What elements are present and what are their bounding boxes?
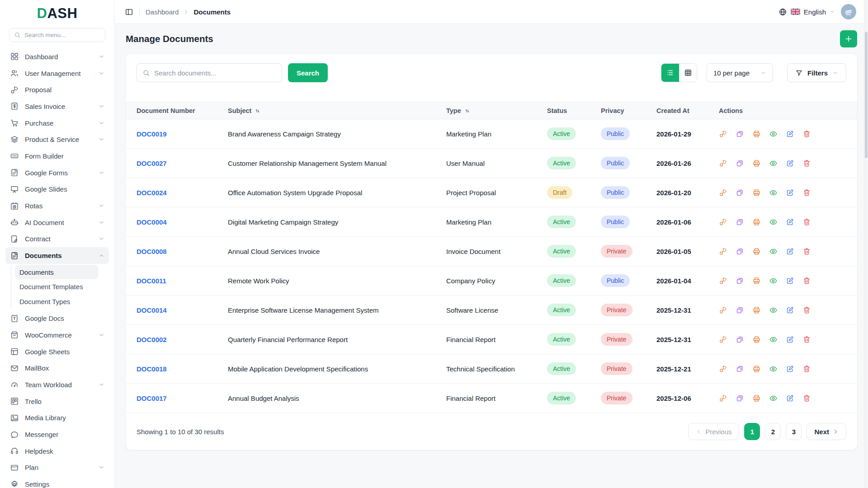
- convert-to-proposal-action-proposal-icon[interactable]: [719, 335, 727, 344]
- sidebar-search-input[interactable]: [24, 32, 100, 38]
- document-number-link[interactable]: DOC0002: [137, 336, 167, 343]
- sidebar-item-mailbox[interactable]: MailBox: [5, 360, 109, 377]
- sort-icon[interactable]: [464, 108, 471, 114]
- convert-to-proposal-action-proposal-icon[interactable]: [719, 218, 727, 226]
- sidebar-item-proposal[interactable]: Proposal: [5, 81, 109, 98]
- convert-to-proposal-action-proposal-icon[interactable]: [719, 306, 727, 314]
- duplicate-action-copy-icon[interactable]: [736, 159, 744, 168]
- sidebar-search[interactable]: [9, 28, 105, 42]
- document-number-link[interactable]: DOC0024: [137, 189, 167, 197]
- delete-action-trash-icon[interactable]: [802, 365, 811, 373]
- print-action-printer-icon[interactable]: [752, 365, 761, 373]
- sidebar-item-dashboard[interactable]: Dashboard: [5, 48, 109, 65]
- view-action-eye-icon[interactable]: [769, 394, 778, 403]
- view-action-eye-icon[interactable]: [769, 188, 778, 197]
- duplicate-action-copy-icon[interactable]: [736, 365, 744, 373]
- column-header-type[interactable]: Type: [435, 103, 536, 119]
- duplicate-action-copy-icon[interactable]: [736, 130, 744, 138]
- view-action-eye-icon[interactable]: [769, 365, 778, 373]
- duplicate-action-copy-icon[interactable]: [736, 306, 744, 314]
- sidebar-subitem-document-types[interactable]: Document Types: [15, 294, 98, 309]
- view-action-eye-icon[interactable]: [769, 306, 778, 314]
- sidebar-item-rotas[interactable]: Rotas: [5, 197, 109, 214]
- sidebar-item-settings[interactable]: Settings: [5, 476, 109, 488]
- edit-action-edit-icon[interactable]: [786, 335, 794, 344]
- document-number-link[interactable]: DOC0019: [137, 130, 167, 138]
- convert-to-proposal-action-proposal-icon[interactable]: [719, 277, 727, 285]
- list-view-button[interactable]: [661, 64, 679, 82]
- page-button-1[interactable]: 1: [744, 423, 760, 440]
- edit-action-edit-icon[interactable]: [786, 394, 794, 403]
- document-number-link[interactable]: DOC0018: [137, 365, 167, 373]
- print-action-printer-icon[interactable]: [752, 218, 761, 226]
- sidebar-item-user-management[interactable]: User Management: [5, 65, 109, 82]
- per-page-select[interactable]: 10 per page: [707, 63, 773, 82]
- page-button-3[interactable]: 3: [786, 423, 802, 440]
- edit-action-edit-icon[interactable]: [786, 159, 794, 168]
- print-action-printer-icon[interactable]: [752, 306, 761, 314]
- delete-action-trash-icon[interactable]: [802, 188, 811, 197]
- edit-action-edit-icon[interactable]: [786, 306, 794, 314]
- duplicate-action-copy-icon[interactable]: [736, 188, 744, 197]
- document-number-link[interactable]: DOC0004: [137, 218, 167, 226]
- convert-to-proposal-action-proposal-icon[interactable]: [719, 159, 727, 168]
- next-page-button[interactable]: Next: [807, 423, 846, 440]
- delete-action-trash-icon[interactable]: [802, 335, 811, 344]
- view-action-eye-icon[interactable]: [769, 335, 778, 344]
- user-avatar[interactable]: [841, 4, 856, 19]
- document-number-link[interactable]: DOC0008: [137, 248, 167, 255]
- search-button[interactable]: Search: [288, 63, 328, 82]
- edit-action-edit-icon[interactable]: [786, 130, 794, 138]
- sidebar-toggle-icon[interactable]: [125, 8, 133, 16]
- sidebar-subitem-documents[interactable]: Documents: [15, 265, 98, 280]
- edit-action-edit-icon[interactable]: [786, 277, 794, 285]
- print-action-printer-icon[interactable]: [752, 188, 761, 197]
- delete-action-trash-icon[interactable]: [802, 306, 811, 314]
- sort-icon[interactable]: [254, 108, 261, 114]
- app-logo[interactable]: DASH: [0, 0, 114, 27]
- page-button-2[interactable]: 2: [765, 423, 781, 440]
- convert-to-proposal-action-proposal-icon[interactable]: [719, 130, 727, 138]
- sidebar-item-messenger[interactable]: Messenger: [5, 426, 109, 443]
- sidebar-item-sales-invoice[interactable]: Sales Invoice: [5, 98, 109, 115]
- delete-action-trash-icon[interactable]: [802, 159, 811, 168]
- document-number-link[interactable]: DOC0017: [137, 394, 167, 402]
- sidebar-item-helpdesk[interactable]: Helpdesk: [5, 443, 109, 460]
- delete-action-trash-icon[interactable]: [802, 277, 811, 285]
- edit-action-edit-icon[interactable]: [786, 188, 794, 197]
- sidebar-item-team-workload[interactable]: Team Workload: [5, 376, 109, 393]
- print-action-printer-icon[interactable]: [752, 394, 761, 403]
- convert-to-proposal-action-proposal-icon[interactable]: [719, 188, 727, 197]
- document-number-link[interactable]: DOC0014: [137, 306, 167, 314]
- scrollbar-thumb[interactable]: [865, 32, 868, 158]
- add-document-button[interactable]: [840, 30, 857, 47]
- duplicate-action-copy-icon[interactable]: [736, 247, 744, 256]
- sidebar-item-trello[interactable]: Trello: [5, 393, 109, 410]
- sidebar-item-plan[interactable]: Plan: [5, 460, 109, 476]
- delete-action-trash-icon[interactable]: [802, 218, 811, 226]
- print-action-printer-icon[interactable]: [752, 247, 761, 256]
- delete-action-trash-icon[interactable]: [802, 247, 811, 256]
- language-selector[interactable]: English: [778, 8, 835, 16]
- sidebar-item-product-service[interactable]: Product & Service: [5, 131, 109, 148]
- sidebar-item-media-library[interactable]: Media Library: [5, 410, 109, 427]
- document-number-link[interactable]: DOC0027: [137, 160, 167, 167]
- sidebar-item-google-forms[interactable]: Google Forms: [5, 164, 109, 181]
- sidebar-item-google-sheets[interactable]: Google Sheets: [5, 343, 109, 360]
- sidebar-item-ai-document[interactable]: AI Document: [5, 214, 109, 231]
- documents-search[interactable]: [137, 63, 282, 82]
- grid-view-button[interactable]: [679, 64, 697, 82]
- convert-to-proposal-action-proposal-icon[interactable]: [719, 394, 727, 403]
- view-action-eye-icon[interactable]: [769, 130, 778, 138]
- view-action-eye-icon[interactable]: [769, 277, 778, 285]
- breadcrumb-dashboard[interactable]: Dashboard: [146, 8, 179, 16]
- document-number-link[interactable]: DOC0011: [137, 277, 166, 285]
- print-action-printer-icon[interactable]: [752, 130, 761, 138]
- delete-action-trash-icon[interactable]: [802, 130, 811, 138]
- convert-to-proposal-action-proposal-icon[interactable]: [719, 247, 727, 256]
- sidebar-item-purchase[interactable]: Purchase: [5, 115, 109, 131]
- print-action-printer-icon[interactable]: [752, 159, 761, 168]
- delete-action-trash-icon[interactable]: [802, 394, 811, 403]
- edit-action-edit-icon[interactable]: [786, 365, 794, 373]
- column-header-subject[interactable]: Subject: [217, 103, 435, 119]
